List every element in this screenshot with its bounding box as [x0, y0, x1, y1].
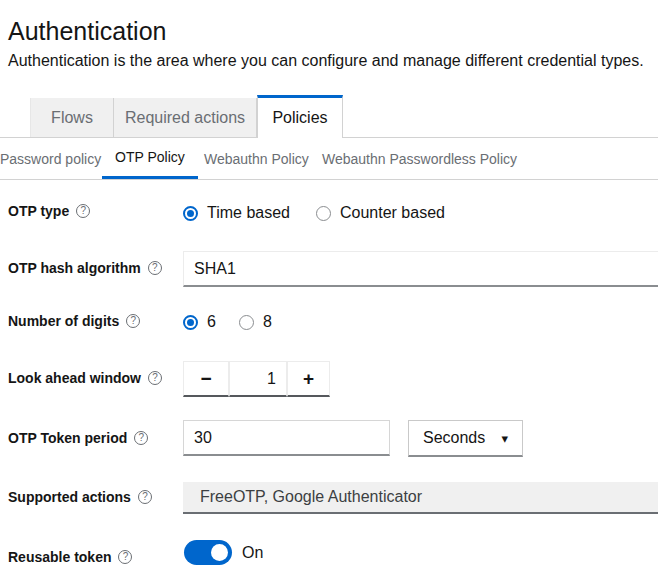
reusable-token-toggle[interactable]	[184, 540, 232, 565]
radio-time-based[interactable]: Time based	[183, 204, 290, 222]
authentication-page: Authentication Authentication is the are…	[0, 0, 658, 581]
help-icon[interactable]: ?	[126, 314, 140, 328]
help-icon[interactable]: ?	[118, 550, 132, 564]
caret-down-icon: ▾	[501, 431, 508, 446]
subtab-webauthn-policy[interactable]: Webauthn Policy	[191, 138, 322, 179]
tab-policies[interactable]: Policies	[257, 95, 343, 138]
look-ahead-window-label: Look ahead window ?	[8, 370, 162, 386]
toggle-handle[interactable]	[211, 544, 228, 561]
look-ahead-window-input[interactable]	[229, 361, 287, 397]
radio-unselected-icon[interactable]	[316, 206, 331, 221]
supported-actions-field: FreeOTP, Google Authenticator	[183, 482, 658, 514]
otp-type-radio-group: Time based Counter based	[183, 204, 445, 222]
tab-required-actions[interactable]: Required actions	[114, 98, 257, 137]
subtab-password-policy[interactable]: Password policy	[0, 138, 114, 179]
page-title: Authentication	[8, 17, 166, 46]
look-ahead-window-stepper: − +	[183, 361, 330, 397]
help-icon[interactable]: ?	[138, 490, 152, 504]
subtab-webauthn-passwordless-policy[interactable]: Webauthn Passwordless Policy	[309, 138, 530, 179]
radio-digits-8[interactable]: 8	[239, 313, 272, 331]
otp-hash-algorithm-select[interactable]: SHA1	[183, 251, 658, 287]
radio-selected-icon[interactable]	[183, 206, 198, 221]
radio-counter-based[interactable]: Counter based	[316, 204, 445, 222]
subtab-otp-policy[interactable]: OTP Policy	[102, 138, 198, 179]
reusable-token-state: On	[242, 544, 263, 562]
help-icon[interactable]: ?	[134, 431, 148, 445]
otp-type-label: OTP type ?	[8, 203, 90, 219]
radio-digits-6[interactable]: 6	[183, 313, 216, 331]
otp-token-period-input[interactable]	[183, 420, 390, 456]
tab-flows[interactable]: Flows	[30, 98, 114, 137]
reusable-token-label: Reusable token ?	[8, 549, 132, 565]
number-of-digits-radio-group: 6 8	[183, 313, 272, 331]
help-icon[interactable]: ?	[76, 204, 90, 218]
stepper-plus-button[interactable]: +	[287, 361, 330, 397]
supported-actions-label: Supported actions ?	[8, 489, 152, 505]
help-icon[interactable]: ?	[148, 371, 162, 385]
otp-hash-algorithm-label: OTP hash algorithm ?	[8, 260, 162, 276]
number-of-digits-label: Number of digits ?	[8, 313, 140, 329]
token-period-unit-select[interactable]: Seconds ▾	[408, 420, 523, 457]
minus-icon: −	[200, 368, 211, 390]
subtabs-bottom-divider	[0, 179, 658, 180]
page-subtitle: Authentication is the area where you can…	[8, 52, 644, 70]
plus-icon: +	[303, 368, 314, 390]
radio-unselected-icon[interactable]	[239, 315, 254, 330]
help-icon[interactable]: ?	[148, 261, 162, 275]
radio-selected-icon[interactable]	[183, 315, 198, 330]
otp-token-period-label: OTP Token period ?	[8, 430, 148, 446]
stepper-minus-button[interactable]: −	[183, 361, 229, 397]
